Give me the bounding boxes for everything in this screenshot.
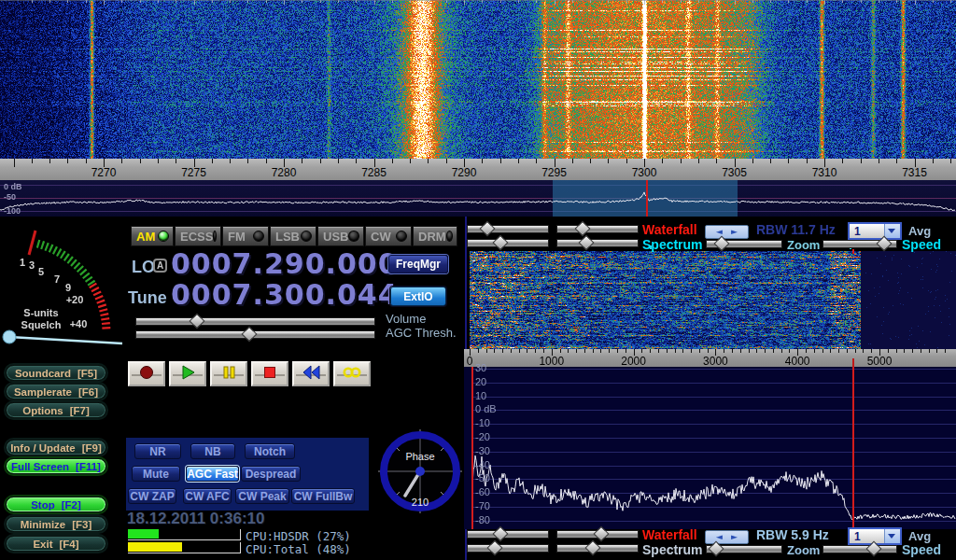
s-meter-scale-label: +40 [70,318,88,329]
options-button[interactable]: Options[F7] [6,402,106,418]
rf-scale-tick [950,159,951,163]
dsp-mute-button[interactable]: Mute [132,466,180,482]
dsp-cw-fullbw-button[interactable]: CW FullBw [291,488,355,504]
rf-scale-tick [572,159,573,163]
bottom-spectrum-gain-slider[interactable] [467,544,549,553]
top-waterfall-contrast-slider-thumb[interactable] [575,221,591,237]
agc-threshold-slider[interactable] [135,330,375,339]
stop-button[interactable]: Stop[F2] [6,497,106,512]
rf-scale-tick [212,159,213,163]
bottom-spectrum-offset-slider-thumb[interactable] [585,540,601,556]
s-meter-scale-label: 1 [20,257,25,268]
mode-button-drm[interactable]: DRM [413,226,457,246]
squelch-knob[interactable] [3,330,16,343]
record-button[interactable] [128,361,165,386]
rf-scale-tick [662,159,663,163]
rf-scale-tick [302,159,302,163]
squelch-slider[interactable] [9,337,122,343]
freq-mgr-button[interactable]: FreqMgr [388,255,448,273]
bottom-waterfall-contrast-slider[interactable] [556,530,639,539]
rf-spectrum[interactable] [0,180,956,217]
audio-scale-tick [724,349,724,353]
mode-button-am[interactable]: AM [131,226,174,246]
dsp-despread-button[interactable]: Despread [241,466,301,482]
bottom-waterfall-brightness-slider[interactable] [467,530,549,539]
top-zoom-slider[interactable] [706,240,782,248]
top-spectrum-gain-slider-thumb[interactable] [493,235,509,251]
lo-lock-button[interactable]: A [153,259,167,273]
dsp-notch-button[interactable]: Notch [245,443,295,459]
samplerate-button[interactable]: Samplerate[F6] [6,384,106,399]
mode-button-usb[interactable]: USB [317,226,364,246]
extio-button[interactable]: ExtIO [390,287,446,306]
top-spectrum-label[interactable]: Spectrum [642,237,703,252]
dsp-nr-button[interactable]: NR [134,443,181,459]
dsp-panel: NRNBNotchMuteAGC FastDespreadCW ZAPCW AF… [126,438,369,511]
audio-scale-tick [781,349,782,353]
phase-dial[interactable]: Phase 210 [376,427,464,514]
rf-scale-label: 7270 [91,166,117,179]
lo-frequency-display[interactable]: 0007.290.000 [171,249,399,279]
dsp-cw-peak-button[interactable]: CW Peak [235,488,289,504]
audio-scale-tick [814,349,815,353]
top-combo-arrow-icon[interactable] [884,224,900,238]
loop-button[interactable] [333,361,371,386]
options-button-key: [F7] [70,405,90,416]
bottom-combo-arrow-icon[interactable] [884,529,900,543]
top-spectrum-offset-slider-thumb[interactable] [579,235,595,251]
exit-button[interactable]: Exit[F4] [6,536,106,552]
bottom-zoom-slider[interactable] [706,545,782,553]
bottom-spectrum-gain-slider-thumb[interactable] [487,540,503,556]
pause-button[interactable] [210,361,247,386]
top-avg-select[interactable]: 1 [848,222,902,240]
dsp-cw-zap-button[interactable]: CW ZAP [128,488,176,504]
top-waterfall-label[interactable]: Waterfall [642,222,697,237]
minimize-button[interactable]: Minimize[F3] [6,516,106,532]
play-button[interactable] [169,361,206,386]
top-waterfall-brightness-slider-thumb[interactable] [480,221,496,237]
volume-slider[interactable] [135,317,375,326]
audio-scale-label: 3000 [703,355,728,368]
full-screen-button[interactable]: Full Screen[F11] [6,458,106,474]
top-spectrum-gain-slider[interactable] [467,239,549,247]
top-spectrum-offset-slider[interactable] [556,239,639,247]
top-speed-slider[interactable] [822,240,897,248]
bottom-spectrum-offset-slider[interactable] [556,544,639,553]
mode-button-fm[interactable]: FM [222,226,269,246]
rf-scale-tick [500,159,501,163]
audio-scale-tick [904,349,905,353]
volume-slider-thumb[interactable] [190,314,205,329]
cpu-hdsdr-bar [128,529,241,540]
mode-button-cw[interactable]: CW [365,226,412,246]
dsp-nb-button[interactable]: NB [190,443,235,459]
info-update-button-key: [F9] [82,442,102,454]
bottom-spectrum-label[interactable]: Spectrum [642,542,703,557]
audio-scale-tick [708,349,709,353]
soundcard-button-key: [F5] [77,368,97,379]
dsp-cw-afc-button[interactable]: CW AFC [183,488,232,504]
audio-waterfall[interactable] [470,249,956,349]
rewind-button[interactable] [292,361,330,386]
rf-frequency-scale[interactable]: 7270727572807285729072957300730573107315 [0,159,956,180]
agc-threshold-slider-thumb[interactable] [242,327,258,343]
rf-waterfall[interactable] [0,0,956,159]
audio-scale-tick [871,349,872,353]
mode-button-ecss[interactable]: ECSS [175,226,221,246]
bottom-speed-slider[interactable] [822,545,897,553]
audio-scale-tick [600,349,601,353]
top-waterfall-contrast-slider[interactable] [556,225,639,233]
mode-button-lsb[interactable]: LSB [270,226,316,246]
tune-frequency-display[interactable]: 0007.300.044 [171,280,399,310]
stop-button[interactable] [251,361,288,386]
info-update-button[interactable]: Info / Update[F9] [6,440,106,455]
audio-spectrum[interactable] [464,367,956,529]
soundcard-button[interactable]: Soundcard[F5] [6,365,106,381]
bottom-rbw-arrows-button[interactable]: ◄► [705,530,749,544]
top-rbw-arrows-button[interactable]: ◄► [705,225,749,239]
top-waterfall-brightness-slider[interactable] [467,225,549,233]
audio-frequency-scale[interactable]: 010002000300040005000 [464,349,956,367]
audio-scale-tick [494,349,495,353]
bottom-waterfall-label[interactable]: Waterfall [642,527,697,542]
tune-label: Tune [128,288,167,308]
dsp-agc-fast-button[interactable]: AGC Fast [186,466,239,482]
